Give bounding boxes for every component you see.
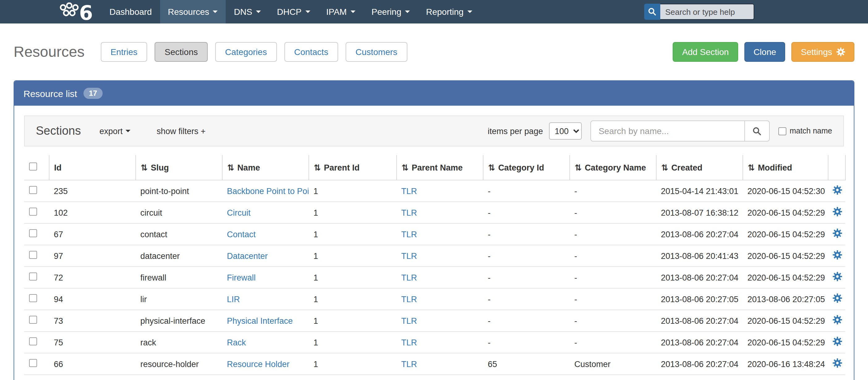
- row-settings-gear-icon[interactable]: [833, 185, 842, 195]
- cell-slug: resource-holder: [135, 353, 222, 375]
- cell-category-id: -: [483, 310, 569, 331]
- cell-parent-id: 1: [309, 288, 396, 310]
- resource-name-link[interactable]: Datacenter: [227, 251, 268, 260]
- tab-sections[interactable]: Sections: [155, 42, 208, 62]
- row-checkbox[interactable]: [29, 208, 37, 216]
- clone-button[interactable]: Clone: [744, 42, 785, 62]
- nav-item-ipam[interactable]: IPAM: [318, 0, 363, 24]
- row-checkbox[interactable]: [29, 337, 37, 345]
- row-settings-gear-icon[interactable]: [833, 293, 842, 303]
- row-settings-gear-icon[interactable]: [833, 229, 842, 238]
- row-checkbox[interactable]: [29, 316, 37, 324]
- table-row: 66 resource-holder Resource Holder 1 TLR…: [24, 353, 845, 375]
- match-name-checkbox[interactable]: [778, 127, 786, 135]
- resource-name-link[interactable]: Resource Holder: [227, 359, 290, 369]
- show-filters-toggle[interactable]: show filters +: [157, 126, 206, 136]
- settings-button[interactable]: Settings: [792, 42, 855, 62]
- parent-name-link[interactable]: TLR: [401, 208, 417, 217]
- resource-name-link[interactable]: Contact: [227, 229, 256, 239]
- search-icon[interactable]: [644, 4, 660, 20]
- gear-icon: [836, 48, 845, 56]
- column-header-parent-name[interactable]: ⇅Parent Name: [396, 155, 483, 180]
- cell-slug: contact: [135, 223, 222, 245]
- tab-customers[interactable]: Customers: [346, 42, 407, 62]
- parent-name-link[interactable]: TLR: [401, 251, 417, 260]
- column-header-category-id[interactable]: ⇅Category Id: [483, 155, 569, 180]
- row-checkbox[interactable]: [29, 273, 37, 281]
- table-row: 235 point-to-point Backbone Point to Poi…: [24, 180, 845, 202]
- column-header-modified[interactable]: ⇅Modified: [743, 155, 828, 180]
- parent-name-link[interactable]: TLR: [401, 316, 417, 325]
- nav-item-dhcp[interactable]: DHCP: [269, 0, 318, 24]
- row-checkbox[interactable]: [29, 294, 37, 302]
- row-settings-gear-icon[interactable]: [833, 250, 842, 259]
- export-dropdown[interactable]: export: [99, 126, 131, 136]
- row-settings-gear-icon[interactable]: [833, 358, 842, 368]
- add-section-button[interactable]: Add Section: [673, 42, 738, 62]
- resource-name-link[interactable]: LIR: [227, 294, 240, 304]
- tab-contacts[interactable]: Contacts: [284, 42, 338, 62]
- tab-entries[interactable]: Entries: [100, 42, 147, 62]
- cell-name: LIR: [222, 288, 309, 310]
- cell-actions: [828, 310, 845, 331]
- column-label: Slug: [151, 163, 169, 172]
- nav-item-label: Peering: [372, 7, 402, 17]
- cell-parent-id: 1: [309, 331, 396, 353]
- column-header-parent-id[interactable]: ⇅Parent Id: [309, 155, 396, 180]
- nav-item-reporting[interactable]: Reporting: [418, 0, 480, 24]
- nav-item-resources[interactable]: Resources: [160, 0, 226, 24]
- caret-down-icon: [256, 10, 261, 13]
- row-checkbox[interactable]: [29, 229, 37, 237]
- name-search-input[interactable]: [590, 121, 745, 141]
- cell-modified: 2020-06-15 04:52:30: [743, 180, 828, 202]
- cell-created: 2013-08-06 20:27:04: [656, 310, 743, 331]
- cell-actions: [828, 288, 845, 310]
- resource-name-link[interactable]: Physical Interface: [227, 316, 293, 325]
- row-checkbox[interactable]: [29, 186, 37, 194]
- cell-name: Router: [222, 375, 309, 380]
- row-checkbox[interactable]: [29, 359, 37, 367]
- cell-id: 94: [49, 288, 135, 310]
- resource-name-link[interactable]: Circuit: [227, 208, 251, 217]
- column-header-slug[interactable]: ⇅Slug: [135, 155, 222, 180]
- help-search-input[interactable]: [660, 4, 754, 20]
- row-checkbox[interactable]: [29, 251, 37, 259]
- column-header-category-name[interactable]: ⇅Category Name: [569, 155, 656, 180]
- sections-table: Id ⇅Slug ⇅Name ⇅Parent Id ⇅Parent Name ⇅…: [24, 155, 845, 380]
- column-header-name[interactable]: ⇅Name: [222, 155, 309, 180]
- parent-name-link[interactable]: TLR: [401, 229, 417, 239]
- cell-actions: [828, 245, 845, 266]
- cell-slug: datacenter: [135, 245, 222, 266]
- select-all-checkbox[interactable]: [29, 162, 37, 170]
- tab-categories[interactable]: Categories: [215, 42, 277, 62]
- add-section-label: Add Section: [682, 47, 729, 57]
- sort-icon: ⇅: [141, 163, 148, 172]
- parent-name-link[interactable]: TLR: [401, 338, 417, 347]
- brand-logo[interactable]: 6: [59, 2, 95, 21]
- row-settings-gear-icon[interactable]: [833, 272, 842, 281]
- panel-body: Sections export show filters + items per…: [14, 106, 854, 380]
- parent-name-link[interactable]: TLR: [401, 359, 417, 369]
- sort-icon: ⇅: [488, 163, 495, 172]
- parent-name-link[interactable]: TLR: [401, 294, 417, 304]
- row-settings-gear-icon[interactable]: [833, 315, 842, 324]
- column-header-actions: [828, 155, 845, 180]
- parent-name-link[interactable]: TLR: [401, 186, 417, 196]
- row-settings-gear-icon[interactable]: [833, 207, 842, 216]
- nav-item-peering[interactable]: Peering: [364, 0, 418, 24]
- cell-select: [24, 202, 49, 223]
- nav-item-label: Resources: [168, 7, 209, 17]
- items-per-page-select[interactable]: 100: [549, 122, 582, 140]
- column-header-created[interactable]: ⇅Created: [656, 155, 743, 180]
- row-settings-gear-icon[interactable]: [833, 337, 842, 346]
- resource-name-link[interactable]: Backbone Point to Point: [227, 186, 309, 196]
- nav-item-dns[interactable]: DNS: [226, 0, 269, 24]
- nav-item-dashboard[interactable]: Dashboard: [101, 0, 160, 24]
- resource-name-link[interactable]: Firewall: [227, 273, 256, 282]
- list-controls-bar: Sections export show filters + items per…: [24, 116, 844, 147]
- resource-name-link[interactable]: Rack: [227, 338, 246, 347]
- search-icon: [752, 126, 762, 136]
- cell-created: 2013-08-06 20:27:05: [656, 288, 743, 310]
- parent-name-link[interactable]: TLR: [401, 273, 417, 282]
- name-search-button[interactable]: [745, 121, 770, 141]
